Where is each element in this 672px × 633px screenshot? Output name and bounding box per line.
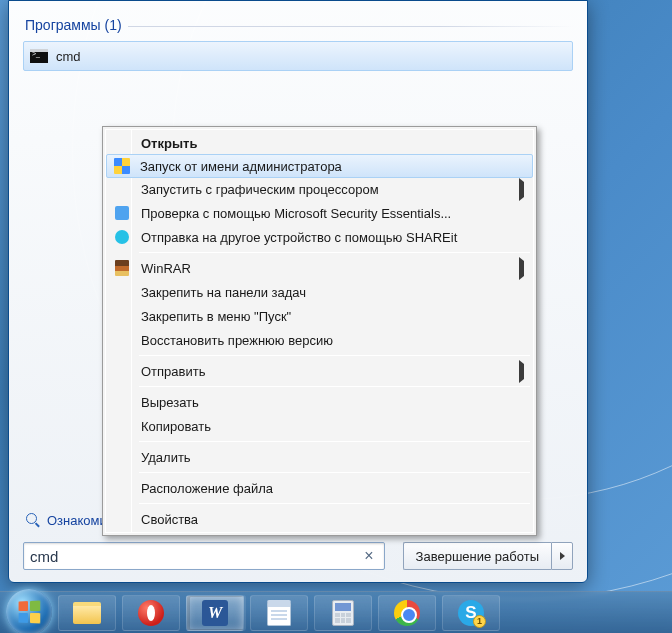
menu-item[interactable]: WinRAR (107, 256, 532, 280)
menu-item[interactable]: Копировать (107, 414, 532, 438)
menu-item[interactable]: Расположение файла (107, 476, 532, 500)
search-box[interactable]: × (23, 542, 385, 570)
windows-logo-icon (19, 600, 41, 623)
menu-item-label: WinRAR (141, 261, 191, 276)
menu-item[interactable]: Вырезать (107, 390, 532, 414)
taskbar: W S1 (0, 591, 672, 633)
menu-item[interactable]: Закрепить на панели задач (107, 280, 532, 304)
menu-item[interactable]: Отправить (107, 359, 532, 383)
chevron-right-icon (560, 552, 565, 560)
submenu-arrow-icon (519, 182, 524, 197)
search-input[interactable] (30, 548, 360, 565)
menu-item-label: Восстановить прежнюю версию (141, 333, 333, 348)
menu-item-label: Удалить (141, 450, 191, 465)
taskbar-item-chrome[interactable] (378, 595, 436, 631)
menu-separator (139, 252, 530, 253)
start-menu-panel: Программы (1) cmd ОткрытьЗапуск от имени… (8, 0, 588, 583)
menu-item[interactable]: Восстановить прежнюю версию (107, 328, 532, 352)
results-header: Программы (1) (23, 11, 573, 37)
result-label: cmd (56, 49, 81, 64)
word-icon: W (202, 600, 228, 626)
menu-item[interactable]: Запустить с графическим процессором (107, 177, 532, 201)
winrar-icon (115, 260, 129, 276)
submenu-arrow-icon (519, 261, 524, 276)
notification-badge: 1 (473, 615, 486, 628)
skype-icon: S1 (458, 600, 484, 626)
taskbar-item-explorer[interactable] (58, 595, 116, 631)
folder-icon (73, 602, 101, 624)
menu-item[interactable]: Открыть (107, 131, 532, 155)
search-icon (25, 512, 41, 528)
shutdown-button[interactable]: Завершение работы (403, 542, 551, 570)
cmd-icon (30, 49, 48, 63)
menu-item-label: Вырезать (141, 395, 199, 410)
menu-separator (139, 441, 530, 442)
taskbar-item-word[interactable]: W (186, 595, 244, 631)
notepad-icon (267, 600, 291, 626)
menu-item-label: Отправить (141, 364, 205, 379)
start-button[interactable] (6, 589, 52, 634)
context-menu: ОткрытьЗапуск от имени администратораЗап… (102, 126, 537, 536)
taskbar-item-opera[interactable] (122, 595, 180, 631)
menu-item[interactable]: Свойства (107, 507, 532, 531)
opera-icon (138, 600, 164, 626)
shutdown-options-button[interactable] (551, 542, 573, 570)
menu-item-label: Закрепить в меню "Пуск" (141, 309, 291, 324)
shield-icon (114, 158, 130, 174)
taskbar-item-skype[interactable]: S1 (442, 595, 500, 631)
shutdown-group: Завершение работы (403, 542, 573, 570)
clear-search-button[interactable]: × (360, 547, 377, 565)
menu-separator (139, 355, 530, 356)
chrome-icon (394, 600, 420, 626)
submenu-arrow-icon (519, 364, 524, 379)
search-result-cmd[interactable]: cmd (23, 41, 573, 71)
menu-item-label: Запуск от имени администратора (140, 159, 342, 174)
menu-item[interactable]: Проверка с помощью Microsoft Security Es… (107, 201, 532, 225)
menu-item-label: Закрепить на панели задач (141, 285, 306, 300)
security-icon (115, 206, 129, 220)
menu-item[interactable]: Отправка на другое устройство с помощью … (107, 225, 532, 249)
calculator-icon (332, 600, 354, 626)
menu-item-label: Открыть (141, 136, 197, 151)
shutdown-label: Завершение работы (416, 549, 539, 564)
divider (128, 26, 573, 27)
taskbar-item-notepad[interactable] (250, 595, 308, 631)
menu-item-label: Копировать (141, 419, 211, 434)
menu-separator (139, 386, 530, 387)
results-area: cmd ОткрытьЗапуск от имени администратор… (23, 41, 573, 506)
menu-item[interactable]: Закрепить в меню "Пуск" (107, 304, 532, 328)
menu-separator (139, 503, 530, 504)
shareit-icon (115, 230, 129, 244)
menu-item[interactable]: Удалить (107, 445, 532, 469)
menu-item-label: Свойства (141, 512, 198, 527)
menu-item[interactable]: Запуск от имени администратора (106, 154, 533, 178)
menu-item-label: Расположение файла (141, 481, 273, 496)
taskbar-item-calculator[interactable] (314, 595, 372, 631)
menu-item-label: Запустить с графическим процессором (141, 182, 379, 197)
menu-item-label: Отправка на другое устройство с помощью … (141, 230, 457, 245)
menu-item-label: Проверка с помощью Microsoft Security Es… (141, 206, 451, 221)
menu-separator (139, 472, 530, 473)
start-menu-footer: × Завершение работы (23, 542, 573, 570)
